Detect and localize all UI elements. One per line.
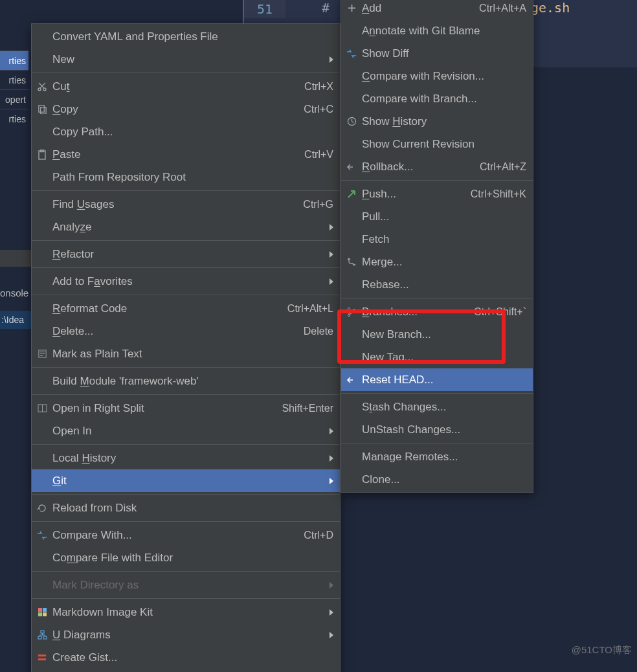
undo-icon <box>341 162 362 172</box>
left-tab[interactable]: rties <box>0 70 28 89</box>
menu-build-module[interactable]: Build Module 'framework-web' <box>32 370 340 392</box>
menu-separator <box>32 521 340 522</box>
diagram-icon <box>32 630 52 640</box>
menu-git[interactable]: Git <box>32 469 340 492</box>
menu-separator <box>32 240 340 241</box>
menu-separator <box>341 298 533 298</box>
menu-create-gist-2[interactable]: Create Gist... <box>32 669 340 672</box>
menu-cut[interactable]: Cut Ctrl+X <box>32 75 340 98</box>
git-compare-revision[interactable]: Compare with Revision... <box>341 65 533 87</box>
console-tab-fragment[interactable]: onsole <box>0 285 31 302</box>
svg-rect-15 <box>43 636 47 639</box>
menu-diagrams[interactable]: U DiagramsDiagrams <box>32 623 340 646</box>
plus-icon <box>341 4 362 12</box>
git-merge[interactable]: Merge... <box>341 251 533 273</box>
svg-rect-3 <box>40 107 45 114</box>
menu-separator <box>341 443 533 443</box>
svg-rect-10 <box>43 608 47 612</box>
git-clone[interactable]: Clone... <box>341 468 533 491</box>
menu-convert-yaml[interactable]: Convert YAML and Properties File <box>32 25 340 48</box>
plain-text-icon <box>32 349 52 359</box>
reload-icon <box>32 503 52 513</box>
menu-mark-directory-as: Mark Directory as <box>32 574 340 596</box>
menu-separator <box>32 267 340 268</box>
git-compare-branch[interactable]: Compare with Branch... <box>341 87 533 110</box>
git-show-diff[interactable]: Show Diff <box>341 42 533 65</box>
left-tab-selected[interactable]: rties <box>0 50 28 70</box>
tool-tabs-fragment <box>0 250 32 267</box>
menu-separator <box>341 180 533 181</box>
status-bar-fragment: :\Idea <box>0 311 31 329</box>
git-unstash[interactable]: UnStash Changes... <box>341 418 533 441</box>
menu-new[interactable]: New <box>32 48 340 71</box>
undo-icon <box>341 375 362 385</box>
menu-separator <box>32 444 340 445</box>
split-icon <box>32 404 52 412</box>
menu-markdown-image-kit[interactable]: Markdown Image Kit <box>32 601 340 623</box>
svg-rect-12 <box>43 612 47 616</box>
svg-rect-9 <box>38 608 42 612</box>
clipboard-icon <box>32 150 52 160</box>
left-panel-tabs: rties rties opert rties <box>0 50 28 128</box>
menu-open-right-split[interactable]: Open in Right Split Shift+Enter <box>32 397 340 420</box>
git-fetch[interactable]: Fetch <box>341 228 533 251</box>
svg-rect-14 <box>38 636 41 639</box>
menu-copy-path[interactable]: Copy Path... <box>32 120 340 143</box>
menu-separator <box>32 394 340 395</box>
git-submenu: Add Ctrl+Alt+A Annotate with Git Blame S… <box>341 0 533 493</box>
menu-delete[interactable]: Delete... Delete <box>32 320 340 342</box>
menu-create-gist-1[interactable]: Create Gist... <box>32 646 340 669</box>
branch-icon <box>341 307 362 317</box>
menu-compare-with[interactable]: Compare With... Ctrl+D <box>32 524 340 546</box>
git-reset-head[interactable]: Reset HEAD... <box>341 368 533 391</box>
git-annotate[interactable]: Annotate with Git Blame <box>341 19 533 42</box>
git-stash[interactable]: Stash Changes... <box>341 396 533 418</box>
svg-rect-13 <box>41 631 44 633</box>
git-new-branch[interactable]: New Branch... <box>341 323 533 346</box>
menu-reload-from-disk[interactable]: Reload from Disk <box>32 497 340 519</box>
menu-reformat-code[interactable]: Reformat Code Ctrl+Alt+L <box>32 297 340 320</box>
push-icon <box>341 190 362 199</box>
menu-paste[interactable]: Paste Ctrl+V <box>32 143 340 166</box>
git-current-revision[interactable]: Show Current Revision <box>341 133 533 155</box>
svg-rect-11 <box>38 612 42 616</box>
menu-separator <box>32 190 340 191</box>
git-rebase[interactable]: Rebase... <box>341 273 533 296</box>
menu-analyze[interactable]: Analyze <box>32 216 340 238</box>
svg-point-1 <box>43 88 46 91</box>
menu-copy[interactable]: Copy Ctrl+C <box>32 98 340 120</box>
git-rollback[interactable]: Rollback... Ctrl+Alt+Z <box>341 155 533 178</box>
git-pull[interactable]: Pull... <box>341 205 533 228</box>
compare-icon <box>341 49 362 58</box>
menu-add-favorites[interactable]: Add to Favorites <box>32 270 340 293</box>
menu-refactor[interactable]: Refactor <box>32 243 340 265</box>
context-menu: Convert YAML and Properties File New Cut… <box>31 23 341 672</box>
markdown-kit-icon <box>32 607 52 617</box>
menu-compare-file-editor[interactable]: Compare File with Editor <box>32 546 340 569</box>
menu-separator <box>32 571 340 572</box>
svg-rect-2 <box>38 106 43 112</box>
menu-separator <box>32 494 340 495</box>
menu-mark-plain-text[interactable]: Mark as Plain Text <box>32 342 340 365</box>
git-show-history[interactable]: Show History <box>341 110 533 133</box>
git-push[interactable]: Push... Ctrl+Shift+K <box>341 183 533 205</box>
left-tab[interactable]: rties <box>0 109 28 128</box>
git-branches[interactable]: Branches... Ctrl+Shift+` <box>341 300 533 323</box>
git-new-tag[interactable]: New Tag... <box>341 346 533 368</box>
svg-point-24 <box>353 309 355 311</box>
menu-local-history[interactable]: Local History <box>32 447 340 469</box>
menu-open-in[interactable]: Open In <box>32 420 340 442</box>
menu-path-from-repo[interactable]: Path From Repository Root <box>32 166 340 188</box>
left-tab[interactable]: opert <box>0 89 28 109</box>
menu-separator <box>32 73 340 73</box>
gist-icon <box>32 653 52 662</box>
menu-find-usages[interactable]: Find Usages Ctrl+G <box>32 193 340 216</box>
git-manage-remotes[interactable]: Manage Remotes... <box>341 445 533 468</box>
svg-point-23 <box>348 314 350 316</box>
menu-separator <box>32 598 340 599</box>
svg-point-0 <box>38 88 41 91</box>
menu-separator <box>32 367 340 368</box>
clock-icon <box>341 117 362 126</box>
watermark: @51CTO博客 <box>572 644 632 656</box>
git-add[interactable]: Add Ctrl+Alt+A <box>341 0 533 19</box>
